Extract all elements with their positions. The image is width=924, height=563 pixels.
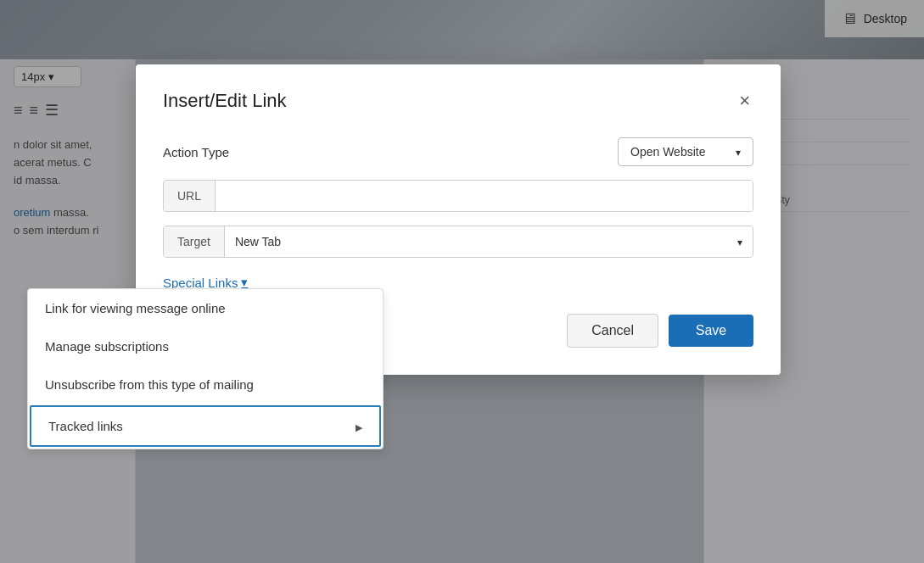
special-links-dropdown: Link for viewing message online Manage s… [27, 288, 384, 449]
target-chevron-icon [737, 235, 742, 248]
action-type-row: Action Type Open Website [163, 137, 753, 166]
target-row: Target New Tab [163, 226, 753, 258]
modal-header: Insert/Edit Link × [163, 88, 753, 114]
url-label: URL [164, 181, 216, 211]
action-type-control: Open Website [618, 137, 753, 166]
modal-close-button[interactable]: × [736, 88, 753, 114]
dropdown-item-view-online[interactable]: Link for viewing message online [28, 289, 383, 327]
url-input[interactable] [216, 181, 753, 211]
url-row: URL [163, 180, 753, 212]
tracked-links-arrow-icon [356, 419, 362, 433]
special-links-label: Special Links [163, 276, 238, 290]
action-type-value: Open Website [630, 145, 705, 159]
target-select[interactable]: New Tab [225, 226, 753, 257]
target-label: Target [164, 226, 225, 257]
dropdown-item-unsubscribe[interactable]: Unsubscribe from this type of mailing [28, 365, 383, 404]
action-type-dropdown[interactable]: Open Website [618, 137, 753, 166]
dropdown-item-manage-subscriptions[interactable]: Manage subscriptions [28, 327, 383, 365]
modal-title: Insert/Edit Link [163, 90, 287, 112]
cancel-button[interactable]: Cancel [567, 314, 658, 348]
dropdown-item-tracked-links[interactable]: Tracked links [30, 405, 381, 447]
action-type-chevron-icon [736, 145, 741, 159]
save-button[interactable]: Save [669, 315, 753, 347]
action-type-label: Action Type [163, 145, 265, 159]
target-value: New Tab [235, 235, 281, 248]
